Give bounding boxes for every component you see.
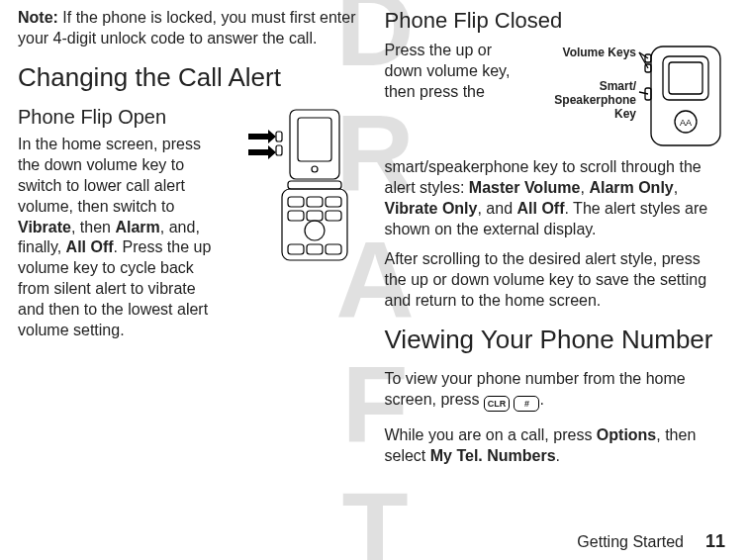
heading-changing-call-alert: Changing the Call Alert [18, 63, 359, 93]
page-footer: Getting Started 11 [577, 531, 725, 552]
vn-text-b: . [539, 391, 543, 408]
svg-rect-4 [282, 189, 347, 260]
svg-marker-17 [248, 130, 276, 143]
footer-section-name: Getting Started [577, 533, 684, 551]
view-number-paragraph-1: To view your phone number from the home … [385, 369, 726, 413]
svg-rect-3 [288, 181, 341, 189]
svg-rect-5 [288, 197, 304, 207]
vn2-c: . [556, 447, 560, 464]
heading-viewing-phone-number: Viewing Your Phone Number [385, 326, 726, 355]
word-vibrate: Vibrate [18, 219, 71, 235]
hash-key-icon: # [514, 396, 539, 412]
note-body: If the phone is locked, you must first e… [18, 9, 355, 47]
left-column: Note: If the phone is locked, you must f… [18, 8, 377, 550]
svg-rect-15 [276, 132, 282, 141]
vn2-a: While you are on a call, press [385, 426, 597, 443]
svg-rect-14 [326, 244, 341, 254]
svg-rect-10 [326, 211, 341, 221]
word-alarm: Alarm [115, 219, 159, 235]
svg-rect-13 [307, 244, 323, 254]
word-alarm-only: Alarm Only [589, 179, 673, 196]
word-vibrate-only: Vibrate Only [385, 200, 478, 217]
word-all-off: All Off [517, 200, 565, 217]
flip-closed-paragraph-2: After scrolling to the desired alert sty… [385, 249, 726, 311]
svg-rect-12 [288, 244, 304, 254]
folded-phone-diagram-area: Volume Keys Smart/ Speakerphone Key [513, 41, 725, 157]
flip-open-text-a: In the home screen, press the down volum… [18, 136, 201, 214]
svg-text:AA: AA [680, 118, 692, 128]
svg-point-2 [312, 166, 318, 172]
fc-s3: , and [477, 200, 516, 217]
svg-rect-8 [288, 211, 304, 221]
svg-rect-7 [326, 197, 341, 207]
fc-s2: , [674, 179, 678, 196]
svg-line-29 [639, 92, 648, 94]
flip-open-block: Phone Flip Open In the home screen, pres… [18, 106, 359, 340]
clr-key-icon: CLR [484, 396, 510, 412]
word-my-tel-numbers: My Tel. Numbers [430, 447, 556, 464]
svg-rect-19 [651, 47, 720, 145]
page-content: Note: If the phone is locked, you must f… [0, 0, 749, 560]
phone-folded-illustration: AA [513, 41, 725, 157]
flip-open-intro-text: In the home screen, press the down volum… [18, 135, 223, 340]
svg-rect-1 [298, 118, 331, 161]
phone-open-illustration [231, 106, 359, 264]
word-master-volume: Master Volume [469, 179, 581, 196]
heading-phone-flip-open: Phone Flip Open [18, 106, 223, 129]
svg-marker-18 [248, 145, 276, 159]
word-options: Options [597, 426, 656, 443]
right-column: Phone Flip Closed Press the up or down v… [377, 8, 726, 550]
view-number-paragraph-2: While you are on a call, press Options, … [385, 425, 726, 467]
heading-phone-flip-closed: Phone Flip Closed [385, 8, 726, 33]
svg-rect-16 [276, 145, 282, 155]
svg-rect-9 [307, 211, 323, 221]
note-paragraph: Note: If the phone is locked, you must f… [18, 8, 359, 49]
word-alloff: All Off [66, 238, 114, 255]
note-prefix: Note: [18, 9, 58, 26]
svg-point-11 [305, 221, 325, 240]
svg-rect-6 [307, 197, 323, 207]
sep1: , then [71, 219, 115, 235]
svg-rect-21 [669, 62, 702, 94]
footer-page-number: 11 [705, 531, 725, 552]
